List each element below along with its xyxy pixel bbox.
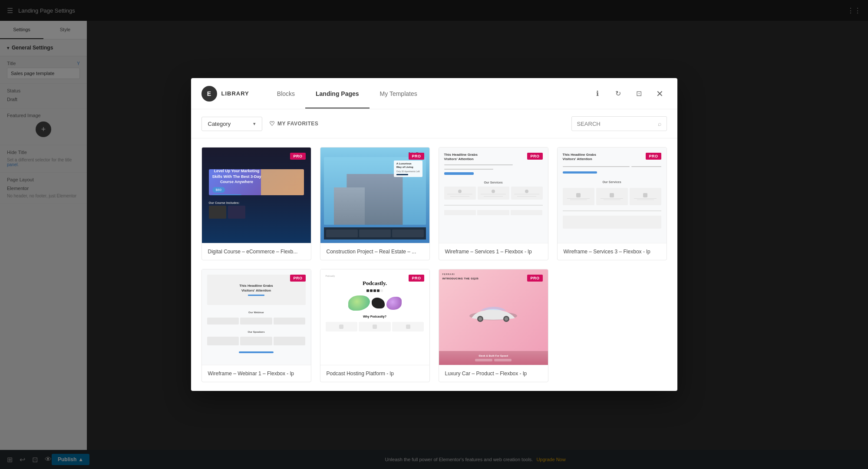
template-thumb-digital-course: PRO Level Up Your MarketingSkills With T…: [202, 148, 311, 243]
search-input[interactable]: [577, 121, 654, 127]
template-name: Wireframe – Services 3 – Flexbox - lp: [558, 243, 667, 260]
template-card-podcast[interactable]: PRO Podcastly Podcastly.: [320, 269, 430, 382]
heart-icon: ♡: [269, 120, 275, 127]
info-icon[interactable]: ℹ: [591, 87, 604, 101]
template-card-wireframe-services3[interactable]: PRO This Headline GrabsVisitors' Attenti…: [557, 147, 667, 260]
template-card-wireframe-services1[interactable]: PRO This Headline GrabsVisitors' Attenti…: [439, 147, 548, 260]
tab-landing-pages[interactable]: Landing Pages: [305, 80, 370, 108]
template-grid-container: PRO Level Up Your MarketingSkills With T…: [191, 138, 677, 391]
pro-badge: PRO: [290, 275, 305, 282]
template-thumb-construction: PRO Sales Floors A LuxuriousWay of Livin…: [320, 148, 429, 243]
pro-badge: PRO: [527, 153, 542, 160]
tab-my-templates[interactable]: My Templates: [370, 80, 428, 108]
svg-point-2: [479, 317, 482, 321]
template-name: Digital Course – eCommerce – Flexb...: [202, 243, 311, 260]
close-modal-button[interactable]: ✕: [653, 87, 667, 101]
template-thumb-wireframe-webinar: PRO This Headline GrabsVisitors' Attenti…: [202, 269, 311, 365]
template-name: Construction Project – Real Estate – ...: [320, 243, 429, 260]
search-icon: ⌕: [658, 120, 661, 127]
dropdown-arrow-icon: ▾: [253, 121, 256, 127]
template-name: Luxury Car – Product – Flexbox - lp: [439, 365, 548, 382]
template-thumb-wireframe-services3: PRO This Headline GrabsVisitors' Attenti…: [558, 148, 667, 243]
pro-badge: PRO: [409, 153, 424, 160]
template-thumb-luxury-car: PRO FERRARI INTRODUCING THE GQ25: [439, 269, 548, 365]
svg-point-4: [505, 317, 508, 321]
template-name: Wireframe – Services 1 – Flexbox - lp: [439, 243, 548, 260]
library-logo: E LIBRARY: [201, 86, 249, 102]
search-box: ⌕: [571, 116, 667, 131]
pro-badge: PRO: [409, 275, 424, 282]
category-dropdown[interactable]: Category ▾: [201, 117, 262, 131]
template-name: Wireframe – Webinar 1 – Flexbox - lp: [202, 365, 311, 382]
modal-header: E LIBRARY Blocks Landing Pages My Templa…: [191, 78, 677, 109]
library-label: LIBRARY: [221, 90, 249, 97]
template-card-wireframe-webinar[interactable]: PRO This Headline GrabsVisitors' Attenti…: [201, 269, 311, 382]
favorites-button[interactable]: ♡ MY FAVORITES: [269, 120, 319, 127]
template-card-construction[interactable]: PRO Sales Floors A LuxuriousWay of Livin…: [320, 147, 430, 260]
template-card-digital-course[interactable]: PRO Level Up Your MarketingSkills With T…: [201, 147, 311, 260]
template-name: Podcast Hosting Platform - lp: [320, 365, 429, 382]
library-modal: E LIBRARY Blocks Landing Pages My Templa…: [191, 78, 677, 391]
modal-tabs: Blocks Landing Pages My Templates: [267, 79, 591, 108]
modal-actions: ℹ ↻ ⊡ ✕: [591, 87, 667, 101]
filter-bar: Category ▾ ♡ MY FAVORITES ⌕: [191, 109, 677, 138]
template-thumb-wireframe-services1: PRO This Headline GrabsVisitors' Attenti…: [439, 148, 548, 243]
pro-badge: PRO: [646, 153, 661, 160]
modal-overlay: E LIBRARY Blocks Landing Pages My Templa…: [0, 0, 868, 469]
pro-badge: PRO: [290, 153, 305, 160]
tab-blocks[interactable]: Blocks: [267, 80, 305, 108]
pro-badge: PRO: [527, 275, 542, 282]
refresh-icon[interactable]: ↻: [611, 87, 625, 101]
logo-icon: E: [201, 86, 217, 102]
template-card-luxury-car[interactable]: PRO FERRARI INTRODUCING THE GQ25: [439, 269, 548, 382]
template-thumb-podcast: PRO Podcastly Podcastly.: [320, 269, 429, 365]
save-icon[interactable]: ⊡: [632, 87, 646, 101]
template-grid: PRO Level Up Your MarketingSkills With T…: [201, 147, 667, 382]
